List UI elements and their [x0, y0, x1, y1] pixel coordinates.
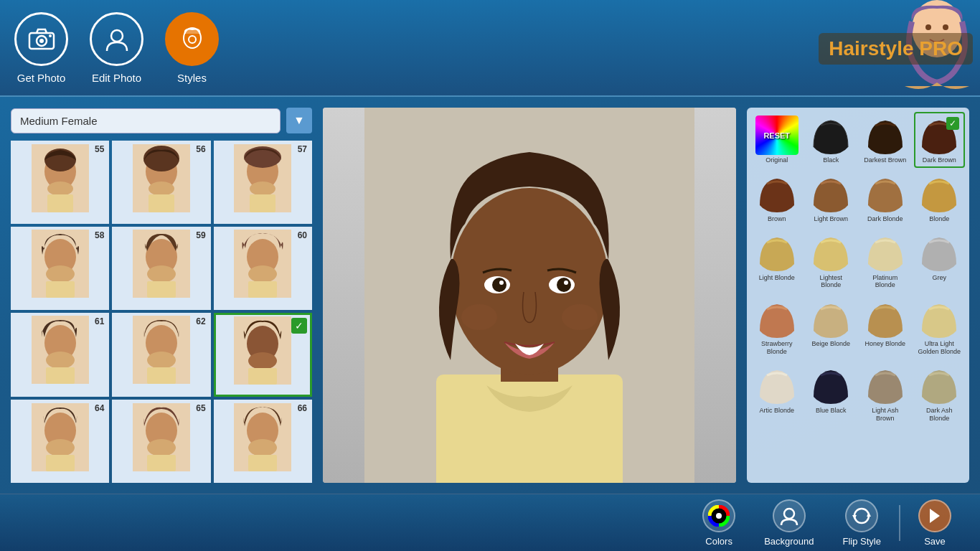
svg-point-9 [943, 24, 948, 30]
svg-rect-14 [47, 194, 73, 212]
color-black[interactable]: Black [806, 112, 857, 168]
svg-rect-28 [46, 281, 75, 298]
flip-style-button[interactable]: Flip Style [829, 494, 895, 552]
style-item-65[interactable]: 65 [112, 400, 210, 483]
style-item-61[interactable]: 61 [11, 313, 109, 397]
svg-point-18 [149, 182, 174, 196]
svg-rect-62 [436, 375, 623, 484]
svg-point-43 [147, 352, 176, 369]
svg-point-3 [49, 34, 52, 37]
color-platinum-blonde[interactable]: Platinum Blonde [859, 230, 911, 293]
get-photo-label: Get Photo [17, 72, 66, 84]
svg-point-67 [492, 278, 507, 292]
original-label: Original [765, 156, 788, 164]
svg-point-75 [784, 509, 794, 519]
svg-rect-19 [149, 194, 174, 212]
style-item-64[interactable]: 64 [11, 400, 109, 483]
color-grey[interactable]: Grey [914, 230, 966, 293]
colors-button[interactable]: Colors [688, 494, 750, 552]
color-honey-blonde[interactable]: Honey Blonde [859, 296, 911, 359]
svg-point-69 [499, 281, 504, 285]
color-lightest-blonde[interactable]: Lightest Blonde [806, 230, 857, 293]
edit-photo-label: Edit Photo [92, 72, 141, 84]
style-item-55[interactable]: 55 [11, 141, 109, 224]
svg-marker-78 [930, 509, 940, 523]
selected-check: ✓ [291, 318, 307, 334]
color-blue-black[interactable]: Blue Black [806, 362, 857, 426]
color-light-brown[interactable]: Light Brown [806, 171, 857, 227]
nav-get-photo[interactable]: Get Photo [14, 12, 68, 84]
style-item-58[interactable]: 58 [11, 227, 109, 310]
svg-point-70 [564, 281, 568, 285]
style-item-57[interactable]: 57 [214, 141, 312, 224]
svg-rect-44 [147, 367, 176, 384]
svg-rect-52 [46, 455, 75, 471]
photo-display [323, 108, 736, 483]
svg-rect-24 [250, 194, 275, 212]
color-darkest-brown[interactable]: Darkest Brown [859, 112, 911, 168]
svg-rect-40 [46, 367, 75, 384]
color-blonde[interactable]: Blonde [914, 171, 966, 227]
style-item-60[interactable]: 60 [214, 227, 312, 310]
svg-rect-48 [248, 368, 277, 385]
svg-rect-36 [248, 281, 277, 298]
color-dark-brown[interactable]: ✓ Dark Brown [914, 112, 966, 168]
color-brown[interactable]: Brown [751, 171, 803, 227]
svg-point-23 [250, 182, 275, 196]
style-item-63[interactable]: ✓ [214, 313, 312, 397]
color-strawberry-blonde[interactable]: Strawberry Blonde [751, 296, 803, 359]
left-panel: Medium Female Short Female Long Female M… [11, 108, 312, 483]
svg-point-8 [925, 24, 931, 30]
color-ultra-light-golden-blonde[interactable]: Ultra Light Golden Blonde [914, 296, 966, 359]
get-photo-icon [14, 12, 68, 66]
color-original[interactable]: RESET Original [751, 112, 803, 168]
svg-point-31 [147, 265, 176, 283]
color-panel: RESET Original Black Darkest Brown [747, 108, 969, 483]
style-item-56[interactable]: 56 [112, 141, 210, 224]
style-item-59[interactable]: 59 [112, 227, 210, 310]
edit-photo-icon [90, 12, 143, 66]
flip-style-label: Flip Style [843, 536, 881, 547]
bottom-bar: Colors Background Flip Style Sav [0, 494, 980, 551]
colors-label: Colors [705, 536, 732, 547]
dropdown-row: Medium Female Short Female Long Female M… [11, 108, 312, 133]
darkest-brown-swatch [864, 116, 907, 155]
color-dark-ash-blonde[interactable]: Dark Ash Blonde [914, 362, 966, 426]
category-select[interactable]: Medium Female Short Female Long Female M… [11, 108, 281, 133]
style-item-62[interactable]: 62 [112, 313, 210, 397]
svg-rect-32 [147, 281, 176, 298]
logo-area: Hairstyle PRO [779, 0, 980, 97]
color-artic-blonde[interactable]: Artic Blonde [751, 362, 803, 426]
svg-point-6 [189, 36, 196, 43]
color-dark-blonde[interactable]: Dark Blonde [859, 171, 911, 227]
center-photo [323, 108, 736, 483]
color-beige-blonde[interactable]: Beige Blonde [806, 296, 857, 359]
color-light-ash-brown[interactable]: Light Ash Brown [859, 362, 911, 426]
dropdown-arrow[interactable]: ▼ [286, 108, 312, 133]
nav-edit-photo[interactable]: Edit Photo [90, 12, 143, 84]
background-button[interactable]: Background [750, 494, 828, 552]
divider [899, 505, 900, 541]
svg-point-2 [39, 39, 44, 43]
save-button[interactable]: Save [904, 494, 966, 552]
original-swatch: RESET [755, 116, 798, 155]
svg-point-39 [46, 352, 75, 369]
darkest-brown-label: Darkest Brown [864, 156, 906, 164]
style-grid: 55 56 [11, 141, 312, 483]
nav-styles[interactable]: Styles [165, 12, 219, 84]
svg-point-68 [557, 278, 571, 292]
svg-point-59 [248, 439, 277, 456]
dark-brown-swatch: ✓ [918, 116, 961, 155]
top-nav: Get Photo Edit Photo Styles Hairstyle PR… [0, 0, 980, 97]
style-item-66[interactable]: 66 [214, 400, 312, 483]
background-icon [773, 499, 806, 532]
svg-point-72 [562, 304, 598, 330]
dark-brown-label: Dark Brown [923, 156, 956, 164]
color-light-blonde[interactable]: Light Blonde [751, 230, 803, 293]
svg-point-4 [111, 30, 123, 42]
styles-label: Styles [177, 72, 207, 84]
svg-point-47 [248, 352, 277, 369]
flip-style-icon [845, 499, 878, 532]
svg-point-55 [147, 439, 176, 456]
save-label: Save [924, 536, 946, 547]
